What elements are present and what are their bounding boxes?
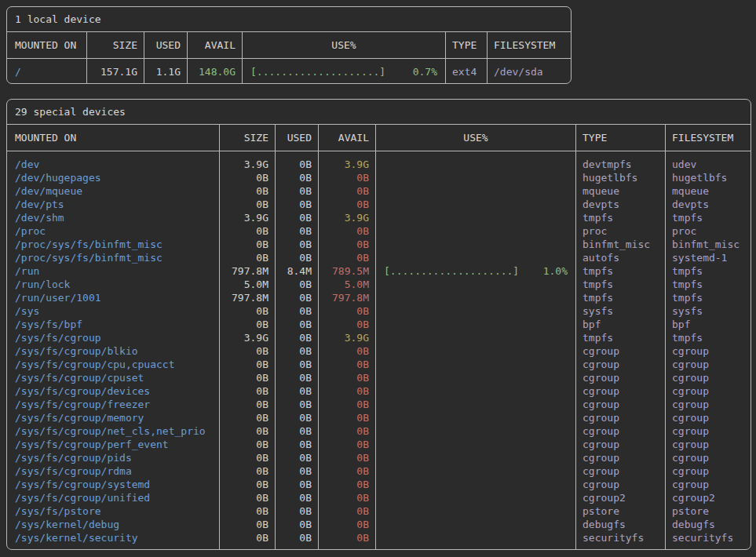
column-body-filesystem: /dev/sda <box>488 59 571 83</box>
filesystem-cell: cgroup <box>666 398 751 411</box>
filesystem-cell: binfmt_misc <box>666 238 751 251</box>
mount-point-cell: /proc/sys/fs/binfmt_misc <box>7 251 219 264</box>
used-cell: 0B <box>276 251 318 264</box>
size-cell: 0B <box>220 518 275 531</box>
use-percent-cell <box>376 238 575 251</box>
used-cell: 0B <box>276 411 318 424</box>
column-header-used: USED <box>276 125 318 151</box>
mount-point-cell: /dev/pts <box>7 198 219 211</box>
type-cell: mqueue <box>576 184 665 198</box>
filesystem-cell: sysfs <box>666 304 751 318</box>
column-body-used: 0B0B0B0B0B0B0B0B8.4M0B0B0B0B0B0B0B0B0B0B… <box>276 151 318 549</box>
avail-cell: 148.0G <box>188 65 242 78</box>
mount-point-cell: /sys/fs/cgroup/devices <box>7 384 219 398</box>
used-cell: 0B <box>276 451 318 464</box>
used-cell: 0B <box>276 398 318 411</box>
used-cell: 0B <box>276 491 318 504</box>
type-cell: cgroup <box>576 398 665 411</box>
use-percent-cell <box>376 518 575 531</box>
mount-point-cell: /sys/fs/cgroup/perf_event <box>7 438 219 451</box>
column-mounted_on: MOUNTED ON/dev/dev/hugepages/dev/mqueue/… <box>7 125 219 549</box>
column-size: SIZE157.1G <box>86 32 144 83</box>
size-cell: 0B <box>220 371 275 384</box>
type-cell: cgroup <box>576 478 665 491</box>
use-percent-cell: [....................]1.0% <box>376 264 575 278</box>
usage-bar: [....................] <box>384 264 519 278</box>
local-devices-table: 1 local device MOUNTED ON/SIZE157.1GUSED… <box>6 6 572 84</box>
usage-percent: 1.0% <box>543 264 568 278</box>
column-use: USE%[....................]0.7% <box>242 32 445 83</box>
filesystem-cell: tmpfs <box>666 211 751 224</box>
size-cell: 0B <box>220 464 275 478</box>
used-cell: 0B <box>276 238 318 251</box>
column-body-mounted_on: / <box>7 59 86 83</box>
use-percent-cell <box>376 358 575 371</box>
filesystem-cell: cgroup <box>666 358 751 371</box>
type-cell: cgroup <box>576 384 665 398</box>
used-cell: 0B <box>276 504 318 518</box>
size-cell: 0B <box>220 504 275 518</box>
avail-cell: 0B <box>319 478 375 491</box>
use-percent-cell <box>376 531 575 544</box>
size-cell: 0B <box>220 531 275 544</box>
avail-cell: 0B <box>319 438 375 451</box>
mount-point-cell: /sys/kernel/security <box>7 531 219 544</box>
use-percent-cell <box>376 344 575 358</box>
special-devices-table-grid: MOUNTED ON/dev/dev/hugepages/dev/mqueue/… <box>7 125 751 549</box>
size-cell: 5.0M <box>220 278 275 291</box>
type-cell: cgroup <box>576 424 665 438</box>
filesystem-cell: debugfs <box>666 518 751 531</box>
filesystem-cell: cgroup2 <box>666 491 751 504</box>
type-cell: cgroup <box>576 411 665 424</box>
filesystem-cell: cgroup <box>666 384 751 398</box>
type-cell: cgroup <box>576 451 665 464</box>
use-percent-cell <box>376 504 575 518</box>
used-cell: 0B <box>276 464 318 478</box>
mount-point-cell: /sys/fs/cgroup/unified <box>7 491 219 504</box>
use-percent-cell <box>376 158 575 171</box>
column-header-used: USED <box>144 32 187 59</box>
avail-cell: 0B <box>319 491 375 504</box>
use-percent-cell <box>376 224 575 238</box>
mount-point-cell: /sys/fs/pstore <box>7 504 219 518</box>
size-cell: 3.9G <box>220 331 275 344</box>
use-percent-cell <box>376 384 575 398</box>
size-cell: 0B <box>220 398 275 411</box>
used-cell: 0B <box>276 358 318 371</box>
size-cell: 0B <box>220 198 275 211</box>
column-body-avail: 148.0G <box>188 59 242 83</box>
mount-point-cell: /sys/fs/cgroup/blkio <box>7 344 219 358</box>
used-cell: 0B <box>276 531 318 544</box>
special-devices-table-title: 29 special devices <box>7 100 751 125</box>
filesystem-cell: cgroup <box>666 478 751 491</box>
type-cell: tmpfs <box>576 264 665 278</box>
column-header-filesystem: FILESYSTEM <box>666 125 751 151</box>
use-percent-cell <box>376 278 575 291</box>
type-cell: tmpfs <box>576 278 665 291</box>
column-body-type: devtmpfshugetlbfsmqueuedevptstmpfsprocbi… <box>576 151 665 549</box>
size-cell: 0B <box>220 411 275 424</box>
column-used: USED1.1G <box>144 32 187 83</box>
column-use: USE%[....................]1.0% <box>375 125 575 549</box>
use-percent-cell <box>376 251 575 264</box>
column-body-filesystem: udevhugetlbfsmqueuedevptstmpfsprocbinfmt… <box>666 151 751 549</box>
used-cell: 0B <box>276 198 318 211</box>
filesystem-cell: udev <box>666 158 751 171</box>
used-cell: 0B <box>276 384 318 398</box>
column-type: TYPEdevtmpfshugetlbfsmqueuedevptstmpfspr… <box>575 125 665 549</box>
avail-cell: 0B <box>319 518 375 531</box>
mount-point-cell: /sys/fs/cgroup/cpu,cpuacct <box>7 358 219 371</box>
use-percent-cell <box>376 304 575 318</box>
column-body-avail: 3.9G0B0B0B3.9G0B0B0B789.5M5.0M797.8M0B0B… <box>319 151 375 549</box>
size-cell: 0B <box>220 184 275 198</box>
mount-point-cell: / <box>7 65 86 78</box>
avail-cell: 0B <box>319 358 375 371</box>
avail-cell: 797.8M <box>319 291 375 304</box>
column-avail: AVAIL3.9G0B0B0B3.9G0B0B0B789.5M5.0M797.8… <box>318 125 375 549</box>
size-cell: 0B <box>220 384 275 398</box>
use-percent-cell <box>376 491 575 504</box>
avail-cell: 3.9G <box>319 158 375 171</box>
column-avail: AVAIL148.0G <box>187 32 242 83</box>
used-cell: 1.1G <box>144 65 187 78</box>
column-type: TYPEext4 <box>445 32 487 83</box>
